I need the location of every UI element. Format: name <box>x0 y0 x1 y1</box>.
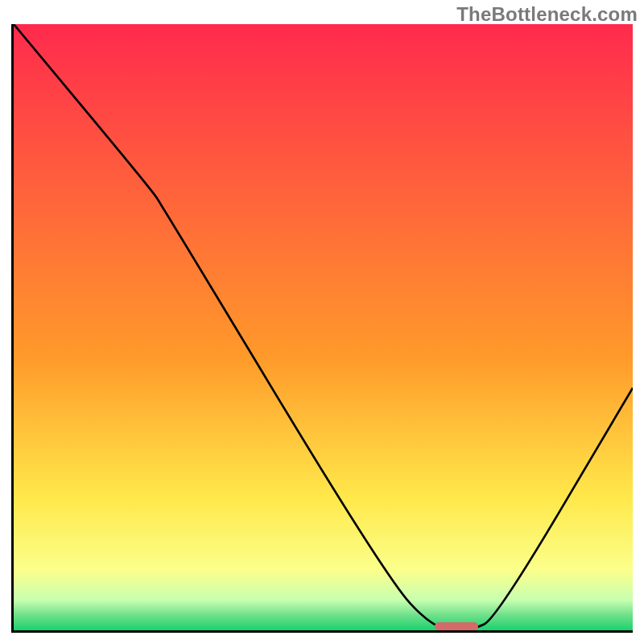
bottleneck-chart: TheBottleneck.com <box>0 0 644 644</box>
optimal-range-marker <box>435 622 478 630</box>
curve-layer <box>14 24 633 630</box>
plot-area <box>11 24 633 633</box>
watermark-text: TheBottleneck.com <box>456 3 638 26</box>
bottleneck-curve <box>14 24 633 630</box>
